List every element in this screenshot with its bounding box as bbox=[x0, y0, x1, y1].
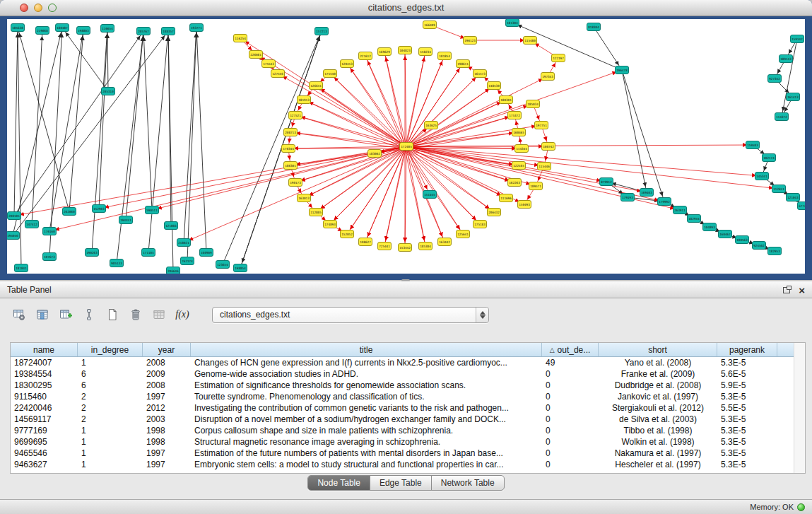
network-canvas[interactable]: 1724051143441604651753721803011485301615… bbox=[7, 19, 805, 274]
network-node[interactable]: 175543 bbox=[262, 60, 276, 68]
network-node[interactable]: 762174 bbox=[181, 257, 194, 265]
network-node[interactable]: 159142 bbox=[791, 35, 804, 43]
network-node[interactable]: 151445 bbox=[423, 191, 437, 199]
network-node[interactable]: 148530 bbox=[488, 82, 501, 90]
network-node[interactable]: 166409 bbox=[423, 21, 437, 29]
edit-columns-icon[interactable] bbox=[57, 305, 75, 324]
network-node[interactable]: 194551 bbox=[119, 216, 133, 224]
network-node[interactable]: 157213 bbox=[315, 28, 329, 35]
network-node[interactable]: 126641 bbox=[310, 82, 323, 90]
network-node[interactable]: 116654 bbox=[101, 25, 114, 33]
network-node[interactable]: 179193 bbox=[621, 194, 635, 201]
network-selector[interactable]: citations_edges.txt bbox=[212, 307, 489, 323]
network-node[interactable]: 150493 bbox=[518, 201, 531, 209]
network-node[interactable]: 172405 bbox=[400, 143, 413, 151]
network-node[interactable]: 112805 bbox=[310, 209, 323, 216]
network-node[interactable]: 169629 bbox=[378, 48, 392, 56]
network-node[interactable]: 180487 bbox=[56, 24, 69, 32]
network-node[interactable]: 205767 bbox=[137, 28, 151, 35]
network-node[interactable]: 221612 bbox=[359, 52, 372, 60]
network-node[interactable]: 112651 bbox=[772, 185, 786, 193]
network-node[interactable]: 153442 bbox=[399, 244, 412, 252]
network-node[interactable]: 185304 bbox=[419, 243, 433, 250]
network-node[interactable]: 160467 bbox=[719, 230, 732, 238]
network-node[interactable]: 127521 bbox=[289, 112, 302, 119]
network-node[interactable]: 161573 bbox=[473, 70, 487, 78]
table-settings-icon[interactable] bbox=[10, 305, 28, 324]
network-node[interactable]: 102174 bbox=[763, 154, 776, 162]
network-node[interactable]: 196478 bbox=[616, 66, 629, 74]
network-node[interactable]: 120413 bbox=[341, 60, 354, 68]
column-header-title[interactable]: title bbox=[191, 343, 542, 356]
table-row[interactable]: 977716911998Corpus callosum shape and si… bbox=[11, 425, 805, 436]
network-node[interactable]: 180563 bbox=[736, 236, 749, 244]
network-node[interactable]: 189571 bbox=[529, 182, 543, 190]
delete-icon[interactable] bbox=[126, 305, 145, 324]
selector-stepper-icon[interactable] bbox=[476, 308, 488, 322]
network-node[interactable]: 182944 bbox=[688, 215, 701, 223]
column-header-year[interactable]: year bbox=[143, 343, 191, 356]
network-node[interactable]: 198854 bbox=[234, 264, 247, 272]
network-node[interactable]: 169403 bbox=[640, 189, 654, 197]
select-columns-icon[interactable] bbox=[33, 305, 52, 324]
table-row[interactable]: 2242004622012Investigating the contribut… bbox=[11, 402, 805, 414]
network-node[interactable]: 218021 bbox=[177, 239, 191, 247]
table-row[interactable]: 946362711997Embryonic stem cells: a mode… bbox=[11, 459, 805, 470]
network-node[interactable]: 262060 bbox=[63, 208, 76, 216]
network-node[interactable]: 181854 bbox=[438, 52, 452, 60]
network-node[interactable]: 181913 bbox=[298, 96, 311, 104]
network-node[interactable]: 159583 bbox=[746, 141, 760, 149]
network-node[interactable]: 166909 bbox=[200, 249, 213, 257]
network-node[interactable]: 181841 bbox=[15, 264, 28, 272]
network-node[interactable]: 208713 bbox=[284, 129, 298, 136]
network-node[interactable]: 145341 bbox=[755, 173, 769, 180]
table-row[interactable]: 911546021997Tourette syndrome. Phenomeno… bbox=[11, 391, 805, 402]
network-node[interactable]: 183002 bbox=[368, 150, 382, 158]
network-node[interactable]: 198803 bbox=[77, 27, 90, 35]
column-header-short[interactable]: short bbox=[599, 343, 717, 356]
table-row[interactable]: 1938455462009Genome-wide association stu… bbox=[11, 368, 805, 380]
network-node[interactable]: 121043 bbox=[787, 194, 800, 201]
close-panel-icon[interactable]: × bbox=[799, 285, 805, 296]
network-node[interactable]: 176160 bbox=[43, 228, 57, 235]
network-node[interactable]: 163442 bbox=[438, 238, 452, 246]
column-header-name[interactable]: name bbox=[11, 343, 78, 356]
float-panel-icon[interactable] bbox=[783, 287, 790, 293]
network-node[interactable]: 179992 bbox=[658, 198, 671, 206]
network-node[interactable]: 205310 bbox=[102, 88, 115, 95]
network-node[interactable]: 677221 bbox=[798, 202, 806, 210]
network-node[interactable]: 114344 bbox=[515, 145, 529, 153]
network-node[interactable]: 185638 bbox=[11, 24, 25, 32]
network-node[interactable]: 175183 bbox=[473, 221, 487, 228]
import-table-icon[interactable] bbox=[150, 305, 168, 324]
network-node[interactable]: 198611 bbox=[457, 60, 470, 68]
network-node[interactable]: 100742 bbox=[542, 143, 555, 151]
network-node[interactable]: 196123 bbox=[464, 37, 477, 45]
tab-edge-table[interactable]: Edge Table bbox=[370, 476, 432, 490]
network-node[interactable]: 182953 bbox=[768, 247, 782, 255]
network-node[interactable]: 170344 bbox=[282, 145, 295, 153]
column-header-in_degree[interactable]: in_degree bbox=[78, 343, 143, 356]
network-node[interactable]: 924502 bbox=[753, 242, 766, 250]
network-node[interactable]: 188357 bbox=[162, 28, 175, 35]
network-node[interactable]: 263911 bbox=[673, 206, 687, 214]
network-node[interactable]: 127546 bbox=[271, 70, 285, 78]
network-node[interactable]: 198627 bbox=[359, 238, 372, 246]
network-node[interactable]: 189143 bbox=[779, 55, 793, 63]
network-node[interactable]: 152052 bbox=[341, 230, 354, 238]
network-node[interactable]: 115480 bbox=[524, 37, 537, 45]
window-titlebar[interactable]: citations_edges.txt bbox=[0, 0, 812, 16]
new-column-icon[interactable] bbox=[103, 305, 122, 324]
network-node[interactable]: 818304 bbox=[587, 23, 601, 31]
table-row[interactable]: 1872400712008Changes of HCN gene express… bbox=[11, 357, 805, 368]
network-node[interactable]: 190263 bbox=[86, 249, 99, 257]
network-node[interactable]: 104893 bbox=[703, 223, 717, 231]
network-node[interactable]: 122197 bbox=[552, 54, 565, 62]
network-node[interactable]: 125641 bbox=[457, 230, 470, 238]
network-node[interactable]: 111696 bbox=[500, 194, 513, 202]
network-node[interactable]: 226081 bbox=[249, 51, 263, 59]
network-node[interactable]: 194046 bbox=[7, 232, 20, 240]
function-builder-icon[interactable]: f(x) bbox=[173, 305, 192, 324]
table-vertical-scrollbar[interactable] bbox=[794, 343, 805, 473]
network-node[interactable]: 121866 bbox=[165, 222, 178, 230]
